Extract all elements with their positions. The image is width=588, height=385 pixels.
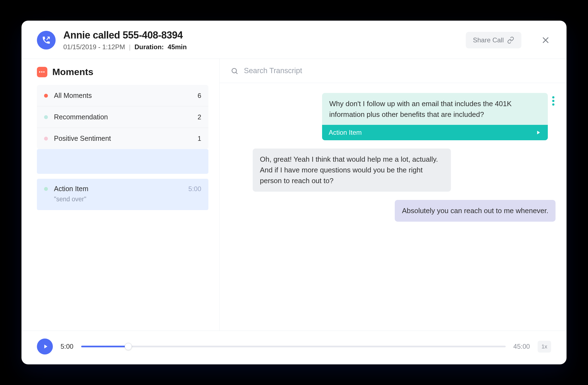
moments-filter-list: All Moments 6 Recommendation 2 Positive … — [37, 85, 208, 149]
transcript-message-agent[interactable]: Why don't I follow up with an email that… — [322, 93, 548, 140]
message-menu-button[interactable] — [551, 95, 556, 107]
link-icon — [507, 37, 514, 44]
meta-separator: | — [129, 43, 130, 51]
search-input[interactable] — [244, 67, 556, 75]
filter-count: 2 — [198, 113, 201, 121]
kebab-dot-icon — [552, 100, 554, 102]
filter-label: All Moments — [54, 92, 198, 100]
filter-recommendation[interactable]: Recommendation 2 — [37, 106, 208, 128]
call-detail-card: Annie called 555-408-8394 01/15/2019 - 1… — [21, 21, 567, 364]
filter-count: 1 — [198, 135, 201, 142]
svg-line-1 — [236, 72, 237, 74]
search-row — [220, 59, 567, 83]
dot-icon — [44, 137, 48, 141]
search-icon — [231, 67, 238, 75]
moment-snippet: "send over" — [54, 196, 201, 203]
filter-count: 6 — [198, 92, 201, 100]
seek-knob[interactable] — [125, 343, 132, 350]
moments-title: Moments — [52, 67, 93, 77]
close-button[interactable] — [540, 35, 551, 46]
transcript-message-agent[interactable]: Absolutely you can reach out to me whene… — [231, 200, 556, 222]
moments-icon: ••• — [37, 67, 47, 77]
seek-track[interactable] — [81, 346, 506, 347]
action-item-tag-label: Action Item — [329, 129, 362, 136]
moment-label: Action Item — [54, 185, 188, 193]
kebab-dot-icon — [552, 103, 554, 106]
filter-label: Positive Sentiment — [54, 134, 198, 142]
moment-timestamp: 5:00 — [188, 185, 201, 193]
playback-speed-button[interactable]: 1x — [538, 341, 551, 353]
moment-action-item[interactable]: Action Item 5:00 "send over" — [37, 179, 208, 210]
filter-label: Recommendation — [54, 113, 198, 121]
seek-fill — [81, 346, 128, 347]
total-time: 45:00 — [513, 343, 530, 350]
call-direction-icon — [37, 31, 56, 50]
message-text: Why don't I follow up with an email that… — [322, 93, 548, 125]
filter-all-moments[interactable]: All Moments 6 — [37, 85, 208, 106]
dot-icon — [44, 187, 48, 191]
transcript-message-customer[interactable]: Oh, great! Yeah I think that would help … — [231, 148, 556, 192]
play-button[interactable] — [37, 339, 53, 354]
svg-point-0 — [232, 68, 236, 73]
play-icon — [42, 343, 49, 350]
transcript-panel: Why don't I follow up with an email that… — [220, 59, 567, 331]
duration-value: 45min — [168, 43, 187, 51]
audio-player: 5:00 45:00 1x — [21, 331, 567, 364]
dot-icon — [44, 94, 48, 98]
duration-label: Duration: — [134, 43, 164, 51]
filter-positive-sentiment[interactable]: Positive Sentiment 1 — [37, 128, 208, 149]
moments-sidebar: ••• Moments All Moments 6 Recommendation… — [21, 59, 220, 331]
header: Annie called 555-408-8394 01/15/2019 - 1… — [21, 21, 567, 59]
share-call-button[interactable]: Share Call — [466, 32, 521, 48]
call-datetime: 01/15/2019 - 1:12PM — [63, 43, 125, 51]
moment-slot-empty — [37, 149, 208, 174]
close-icon — [541, 36, 550, 44]
message-text: Absolutely you can reach out to me whene… — [395, 200, 556, 222]
action-item-tag[interactable]: Action Item — [322, 125, 548, 140]
message-text: Oh, great! Yeah I think that would help … — [253, 148, 451, 192]
current-time: 5:00 — [61, 343, 74, 350]
kebab-dot-icon — [552, 96, 554, 98]
dot-icon — [44, 115, 48, 119]
page-title: Annie called 555-408-8394 — [63, 29, 458, 41]
play-icon — [535, 130, 541, 136]
share-call-label: Share Call — [473, 36, 504, 44]
